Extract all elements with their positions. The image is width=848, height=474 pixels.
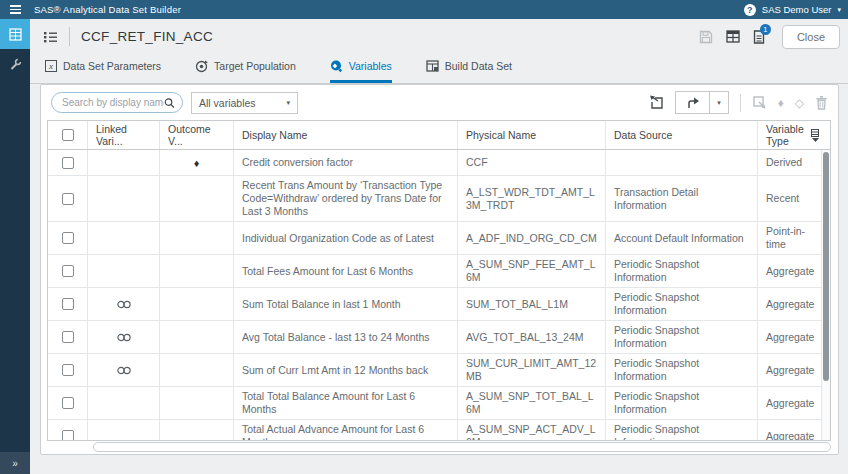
row-checkbox[interactable] (62, 331, 74, 343)
column-options-caret-icon (812, 138, 819, 142)
col-data-source[interactable]: Data Source (606, 121, 758, 149)
toolbar-separator (740, 94, 741, 112)
notifications-button[interactable]: 1 (753, 30, 765, 44)
delete-button[interactable] (815, 95, 828, 110)
edit-selection-icon (752, 95, 767, 110)
clear-outcome-button[interactable]: ◇ (795, 97, 804, 109)
cell-physical-name: A_SUM_SNP_FEE_AMT_L6M (458, 255, 606, 287)
sidebar-item-data-set-builder[interactable] (0, 19, 30, 49)
tab-variables[interactable]: Variables (330, 54, 392, 83)
table-row[interactable]: Total Fees Amount for Last 6 Months A_SU… (48, 255, 830, 288)
cell-variable-type: Aggregate (758, 354, 830, 386)
search-input[interactable] (62, 97, 164, 108)
col-variable-type[interactable]: Variable Type (758, 121, 830, 149)
cell-physical-name: AVG_TOT_BAL_13_24M (458, 321, 606, 353)
variables-icon (330, 60, 343, 73)
cell-display-name: Sum Total Balance in last 1 Month (234, 288, 458, 320)
table-header: Linked Vari... Outcome V... Display Name… (48, 121, 830, 150)
table-toolbar: ▾ ♦ ◇ (649, 91, 828, 114)
cell-display-name: Individual Organization Code as of Lates… (234, 222, 458, 254)
table-row[interactable]: Total Total Balance Amount for Last 6 Mo… (48, 387, 830, 420)
horizontal-scrollbar-thumb[interactable] (93, 442, 831, 452)
save-button[interactable] (699, 30, 713, 44)
row-checkbox[interactable] (62, 232, 74, 244)
row-checkbox[interactable] (62, 364, 74, 376)
parameters-icon: x (45, 60, 57, 72)
cell-physical-name: A_LST_WDR_TDT_AMT_L3M_TRDT (458, 176, 606, 221)
assign-button[interactable] (676, 92, 709, 113)
cell-display-name: Total Total Balance Amount for Last 6 Mo… (234, 387, 458, 419)
user-menu-caret-icon[interactable]: ▾ (837, 6, 841, 13)
linked-cell (88, 420, 160, 440)
row-checkbox-cell (48, 176, 88, 221)
notification-badge: 1 (760, 24, 771, 35)
import-variables-button[interactable] (649, 95, 664, 110)
outcome-cell (160, 387, 234, 419)
build-data-set-icon (426, 60, 439, 72)
table-row[interactable]: Avg Total Balance - last 13 to 24 Months… (48, 321, 830, 354)
set-outcome-button[interactable]: ♦ (778, 97, 784, 109)
tab-data-set-parameters[interactable]: x Data Set Parameters (45, 54, 161, 83)
sidebar-item-tools[interactable] (0, 49, 30, 79)
cell-data-source: Periodic Snapshot Information (606, 255, 758, 287)
col-physical-name[interactable]: Physical Name (458, 121, 606, 149)
search-icon (164, 97, 175, 109)
page-title: CCF_RET_FIN_ACC (81, 29, 213, 44)
properties-list-button[interactable] (43, 30, 58, 43)
cell-data-source: Periodic Snapshot Information (606, 420, 758, 440)
col-linked-variable[interactable]: Linked Vari... (88, 121, 160, 149)
hamburger-menu-icon[interactable] (0, 0, 30, 19)
help-icon[interactable]: ? (744, 4, 756, 16)
user-menu-label[interactable]: SAS Demo User (762, 4, 832, 15)
linked-cell (88, 288, 160, 320)
row-checkbox[interactable] (62, 298, 74, 310)
row-checkbox-cell (48, 255, 88, 287)
row-checkbox[interactable] (62, 265, 74, 277)
column-options-button[interactable] (811, 129, 819, 142)
table-row[interactable]: Recent Trans Amount by ‘Transaction Type… (48, 176, 830, 222)
horizontal-scrollbar[interactable] (47, 442, 831, 452)
row-checkbox-cell (48, 150, 88, 175)
sidebar-expand-button[interactable]: » (0, 452, 30, 474)
row-checkbox[interactable] (62, 397, 74, 409)
link-icon (116, 366, 132, 375)
tab-target-population[interactable]: Target Population (195, 54, 296, 83)
row-checkbox[interactable] (62, 193, 74, 205)
table-row[interactable]: Total Actual Advance Amount for Last 6 M… (48, 420, 830, 440)
data-set-builder-icon (9, 28, 22, 41)
col-outcome-variable[interactable]: Outcome V... (160, 121, 234, 149)
assign-menu-caret[interactable]: ▾ (709, 92, 728, 113)
cell-physical-name: SUM_CUR_LIMIT_AMT_12MB (458, 354, 606, 386)
row-checkbox-cell (48, 222, 88, 254)
row-checkbox[interactable] (62, 157, 74, 169)
cell-physical-name: A_ADF_IND_ORG_CD_CM (458, 222, 606, 254)
outcome-cell (160, 354, 234, 386)
linked-cell (88, 321, 160, 353)
table-row[interactable]: Individual Organization Code as of Lates… (48, 222, 830, 255)
table-view-button[interactable] (726, 30, 740, 43)
table-row[interactable]: Sum Total Balance in last 1 Month SUM_TO… (48, 288, 830, 321)
row-checkbox[interactable] (62, 430, 74, 440)
col-display-name[interactable]: Display Name (234, 121, 458, 149)
app-title: SAS® Analytical Data Set Builder (34, 4, 181, 15)
main-area: CCF_RET_FIN_ACC (30, 19, 848, 474)
cell-data-source: Transaction Detail Information (606, 176, 758, 221)
app-window: SAS® Analytical Data Set Builder ? SAS D… (0, 0, 848, 474)
outcome-cell (160, 222, 234, 254)
vertical-scrollbar-thumb[interactable] (823, 152, 829, 381)
cell-display-name: Recent Trans Amount by ‘Transaction Type… (234, 176, 458, 221)
close-button[interactable]: Close (782, 25, 840, 49)
table-row[interactable]: ♦ Credit conversion factor CCF Derived (48, 150, 830, 176)
cell-data-source: Periodic Snapshot Information (606, 288, 758, 320)
select-all-checkbox[interactable] (62, 129, 74, 141)
tab-build-data-set[interactable]: Build Data Set (426, 54, 512, 83)
cell-display-name: Total Actual Advance Amount for Last 6 M… (234, 420, 458, 440)
divider (69, 27, 70, 46)
cell-physical-name: A_SUM_SNP_ACT_ADV_L6M (458, 420, 606, 440)
table-row[interactable]: Sum of Curr Lmt Amt in 12 Months back SU… (48, 354, 830, 387)
edit-selection-button[interactable] (752, 95, 767, 110)
search-field[interactable] (51, 92, 183, 113)
top-app-bar: SAS® Analytical Data Set Builder ? SAS D… (0, 0, 848, 19)
vertical-scrollbar[interactable] (821, 150, 830, 440)
variables-filter-select[interactable]: All variables ▾ (191, 92, 298, 114)
